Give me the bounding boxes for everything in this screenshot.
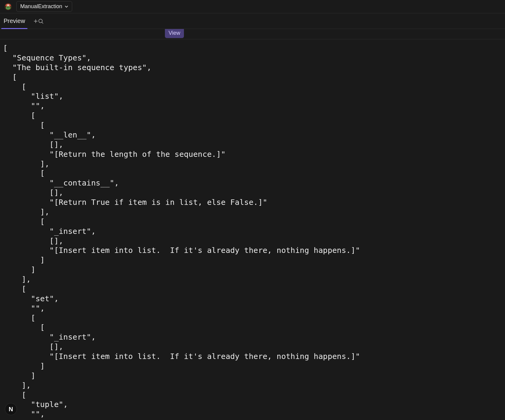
code-block[interactable]: [ "Sequence Types", "The built-in sequen… xyxy=(3,44,502,419)
tab-preview[interactable]: Preview xyxy=(3,13,26,29)
app-logo-icon[interactable] xyxy=(4,3,12,11)
svg-point-4 xyxy=(7,7,8,8)
svg-point-3 xyxy=(6,6,11,9)
float-action-label: N xyxy=(9,406,13,413)
project-dropdown[interactable]: ManualExtraction xyxy=(16,1,72,12)
code-preview: [ "Sequence Types", "The built-in sequen… xyxy=(0,39,505,420)
view-badge[interactable]: View xyxy=(165,29,184,38)
float-action-button[interactable]: N xyxy=(5,403,17,415)
toolbar: ManualExtraction xyxy=(0,0,505,13)
search-icon xyxy=(38,18,44,24)
tab-preview-label: Preview xyxy=(4,18,25,24)
project-dropdown-label: ManualExtraction xyxy=(20,3,62,10)
view-badge-label: View xyxy=(169,30,180,36)
tab-add[interactable]: + xyxy=(34,18,44,25)
svg-point-5 xyxy=(8,7,9,8)
tab-bar: Preview + xyxy=(0,13,505,29)
svg-line-7 xyxy=(42,22,43,23)
badge-row: View xyxy=(0,29,505,39)
plus-icon: + xyxy=(34,18,38,25)
chevron-down-icon xyxy=(65,5,68,8)
svg-point-2 xyxy=(7,4,9,6)
